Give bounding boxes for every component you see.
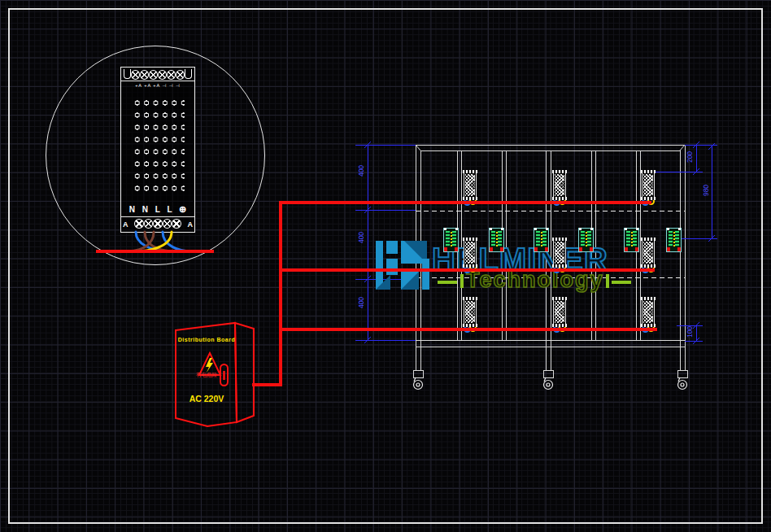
watermark-tagline: Technology (466, 268, 604, 293)
cad-canvas: 400 400 400 200 980 100 +A +A +A ⊣ ⊣ ⊣ N… (0, 0, 771, 532)
screw-terminal-icon (149, 70, 158, 80)
terminal-module (624, 228, 639, 252)
helminer-logo-icon (372, 234, 436, 296)
power-branch-mid (279, 268, 655, 272)
ground-icon: ⊕ (179, 204, 186, 214)
screw-terminal-row (134, 219, 181, 229)
terminal-module (666, 228, 682, 252)
tagline-bar (606, 274, 609, 288)
terminal-holes-grid (133, 97, 185, 194)
terminal-module (534, 228, 549, 252)
rack-device (464, 238, 477, 268)
terminal-module (489, 228, 504, 252)
screw-terminal-icon (158, 70, 167, 80)
power-board-link (252, 383, 281, 386)
terminal-module (443, 228, 459, 252)
power-line-detail (96, 250, 214, 253)
board-voltage-label: AC 220V (182, 394, 231, 403)
board-hazard-label: 有电危险 (185, 372, 228, 379)
screw-terminal-icon (176, 70, 185, 80)
rack-device (464, 170, 477, 200)
bracket-label: A (123, 220, 128, 229)
power-branch-top (279, 201, 651, 204)
rack-device (553, 238, 566, 268)
terminal-block: +A +A +A ⊣ ⊣ ⊣ N N L L ⊕ A A (120, 67, 195, 233)
dim-label-980: 980 (702, 178, 710, 203)
rack-device (642, 297, 655, 327)
rack-device (464, 297, 477, 327)
dim-label-200: 200 (686, 145, 694, 169)
wire-designations: N N L L ⊕ (121, 204, 194, 215)
divider (121, 216, 194, 217)
dim-label-400-top: 400 (357, 159, 365, 183)
caster-wheel-icon (414, 377, 687, 390)
dim-label-400-bot: 400 (357, 290, 365, 315)
dim-label-400-mid: 400 (357, 225, 365, 250)
tagline-dash (612, 281, 631, 284)
bracket-label: A (188, 220, 194, 229)
screw-terminal-icon (153, 219, 163, 229)
nnll-label: N N L L (129, 205, 175, 214)
screw-terminal-icon (134, 219, 144, 229)
terminal-module (578, 228, 594, 252)
terminal-marks: +A +A +A ⊣ ⊣ ⊣ (121, 83, 194, 88)
screw-terminal-icon (144, 219, 154, 229)
power-branch-bot (279, 328, 657, 331)
power-trunk (279, 201, 282, 386)
screw-terminal-icon (131, 70, 140, 80)
din-clip-icon (124, 69, 131, 79)
screw-terminal-icon (172, 219, 181, 229)
rack-device (553, 297, 566, 327)
rack-device (642, 238, 655, 268)
screw-terminal-icon (163, 219, 172, 229)
rack-device (642, 170, 655, 200)
screw-terminal-icon (167, 70, 176, 80)
tagline-bar (460, 274, 464, 288)
screw-terminal-row (131, 70, 185, 80)
screw-terminal-icon (140, 70, 149, 80)
tagline-dash (438, 281, 457, 284)
dim-label-100: 100 (686, 320, 694, 344)
board-title: Distribution Board (176, 337, 237, 342)
rack-device (553, 170, 566, 200)
din-clip-icon (185, 69, 192, 79)
divider (121, 81, 194, 81)
